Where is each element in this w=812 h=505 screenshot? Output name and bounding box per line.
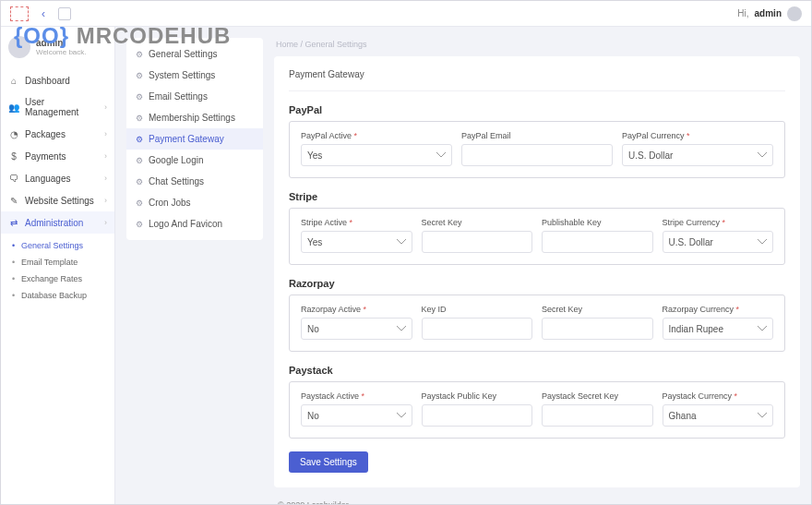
sidebar-icon: ◔: [8, 128, 19, 139]
settings-nav-google-login[interactable]: ⚙ Google Login: [126, 150, 263, 171]
stripe-pub-label: Publishable Key: [542, 218, 653, 227]
sidebar-item-label: Website Settings: [25, 196, 99, 206]
gear-icon: ⚙: [136, 220, 143, 229]
sidebar-sub-exchange-rates[interactable]: Exchange Rates: [1, 271, 114, 287]
sidebar-sub-general-settings[interactable]: General Settings: [1, 237, 114, 254]
razorpay-secret-label: Secret Key: [542, 305, 653, 314]
gear-icon: ⚙: [136, 92, 143, 102]
stripe-pub-input[interactable]: [542, 231, 653, 253]
back-arrow-icon[interactable]: ‹: [42, 7, 45, 20]
sidebar-item-user-management[interactable]: 👥 User Management ›: [1, 91, 114, 123]
razorpay-keyid-label: Key ID: [422, 305, 533, 314]
sidebar-icon: $: [8, 150, 19, 162]
sidebar-icon: ✎: [8, 195, 19, 206]
paystack-section: Paystack Active * No Paystack Public Key…: [289, 381, 785, 439]
paystack-secret-label: Paystack Secret Key: [542, 391, 653, 401]
sidebar-icon: 👥: [8, 102, 19, 113]
sidebar-icon: ⇄: [8, 217, 19, 228]
stripe-title: Stripe: [289, 191, 785, 202]
razorpay-active-label: Razorpay Active *: [301, 305, 412, 314]
sidebar-avatar-icon: [8, 36, 30, 58]
save-settings-button[interactable]: Save Settings: [289, 451, 368, 473]
gear-icon: ⚙: [136, 177, 143, 186]
paypal-title: PayPal: [289, 104, 785, 115]
chevron-right-icon: ›: [104, 174, 107, 183]
gear-icon: ⚙: [136, 71, 143, 80]
gear-icon: ⚙: [136, 198, 143, 208]
settings-nav-label: Google Login: [149, 155, 204, 165]
sidebar-item-label: Administration: [25, 218, 99, 228]
settings-nav-cron-jobs[interactable]: ⚙ Cron Jobs: [126, 192, 263, 213]
paystack-currency-label: Paystack Currency *: [663, 391, 774, 401]
stripe-active-select[interactable]: Yes: [301, 231, 412, 253]
settings-nav-logo-and-favicon[interactable]: ⚙ Logo And Favicon: [126, 213, 263, 234]
settings-nav-label: Logo And Favicon: [149, 219, 222, 229]
gear-icon: ⚙: [136, 114, 143, 123]
paypal-currency-label: PayPal Currency *: [622, 131, 773, 140]
gear-icon: ⚙: [136, 135, 143, 144]
paypal-email-input[interactable]: [461, 144, 613, 166]
paystack-currency-select[interactable]: Ghana: [663, 404, 774, 427]
sidebar-username: admin: [36, 38, 87, 48]
settings-nav-label: System Settings: [149, 70, 215, 80]
gear-icon: ⚙: [136, 156, 143, 165]
paypal-currency-select[interactable]: U.S. Dollar: [622, 144, 773, 166]
sidebar-user-sub: Welcome back.: [36, 48, 87, 56]
drag-handle-icon: [10, 6, 29, 21]
paystack-title: Paystack: [289, 365, 785, 376]
razorpay-keyid-input[interactable]: [422, 318, 533, 340]
razorpay-currency-select[interactable]: Indian Rupee: [663, 318, 774, 340]
sidebar-icon: ⌂: [8, 75, 19, 86]
stripe-secret-input[interactable]: [422, 231, 533, 253]
main-sidebar: admin Welcome back. ⌂ Dashboard 👥 User M…: [1, 27, 115, 504]
panel-title: Payment Gateway: [289, 66, 785, 91]
settings-nav-email-settings[interactable]: ⚙ Email Settings: [126, 86, 263, 107]
greeting-label: Hi,: [737, 8, 748, 18]
paypal-section: PayPal Active * Yes PayPal Email PayPal …: [289, 121, 785, 178]
sidebar-item-label: User Management: [25, 97, 99, 117]
settings-nav-label: Membership Settings: [149, 113, 235, 123]
stripe-currency-select[interactable]: U.S. Dollar: [663, 231, 774, 253]
sidebar-item-packages[interactable]: ◔ Packages ›: [1, 123, 114, 145]
settings-nav-system-settings[interactable]: ⚙ System Settings: [126, 65, 263, 86]
stripe-section: Stripe Active * Yes Secret Key Publishab…: [289, 208, 785, 265]
paypal-active-select[interactable]: Yes: [301, 144, 452, 166]
user-avatar-icon[interactable]: [787, 6, 802, 21]
footer-text: © 2020 Larabuilder: [274, 487, 800, 504]
sidebar-item-label: Packages: [25, 129, 99, 139]
sidebar-item-payments[interactable]: $ Payments ›: [1, 145, 114, 167]
header-username: admin: [755, 8, 782, 18]
sidebar-item-administration[interactable]: ⇄ Administration ›: [1, 211, 114, 234]
settings-nav-chat-settings[interactable]: ⚙ Chat Settings: [126, 171, 263, 192]
chevron-right-icon: ›: [104, 102, 107, 112]
settings-nav-payment-gateway[interactable]: ⚙ Payment Gateway: [126, 128, 263, 150]
sidebar-item-dashboard[interactable]: ⌂ Dashboard: [1, 69, 114, 91]
settings-nav-general-settings[interactable]: ⚙ General Settings: [126, 43, 263, 65]
settings-nav-label: Email Settings: [149, 91, 208, 102]
settings-nav-membership-settings[interactable]: ⚙ Membership Settings: [126, 107, 263, 128]
paypal-active-label: PayPal Active *: [301, 131, 452, 140]
sidebar-item-label: Payments: [25, 151, 99, 162]
paystack-active-select[interactable]: No: [301, 404, 412, 427]
sidebar-sub-database-backup[interactable]: Database Backup: [1, 287, 114, 304]
sidebar-item-label: Languages: [25, 174, 99, 184]
razorpay-title: Razorpay: [289, 278, 785, 289]
chevron-right-icon: ›: [104, 196, 107, 205]
razorpay-section: Razorpay Active * No Key ID Secret Key: [289, 295, 785, 352]
paystack-public-input[interactable]: [422, 404, 533, 427]
sidebar-icon: 🗨: [8, 173, 19, 184]
sidebar-item-languages[interactable]: 🗨 Languages ›: [1, 167, 114, 189]
razorpay-active-select[interactable]: No: [301, 318, 412, 340]
paystack-secret-input[interactable]: [542, 404, 653, 427]
stripe-active-label: Stripe Active *: [301, 218, 412, 227]
settings-nav-label: Chat Settings: [149, 176, 204, 186]
sidebar-item-website-settings[interactable]: ✎ Website Settings ›: [1, 189, 114, 211]
doc-icon[interactable]: [58, 7, 71, 20]
topbar: ‹ Hi, admin: [1, 1, 811, 27]
paystack-active-label: Paystack Active *: [301, 391, 412, 401]
razorpay-secret-input[interactable]: [542, 318, 653, 340]
sidebar-sub-email-template[interactable]: Email Template: [1, 254, 114, 271]
chevron-right-icon: ›: [104, 129, 107, 138]
chevron-right-icon: ›: [104, 218, 107, 227]
settings-nav-label: Payment Gateway: [149, 134, 224, 144]
